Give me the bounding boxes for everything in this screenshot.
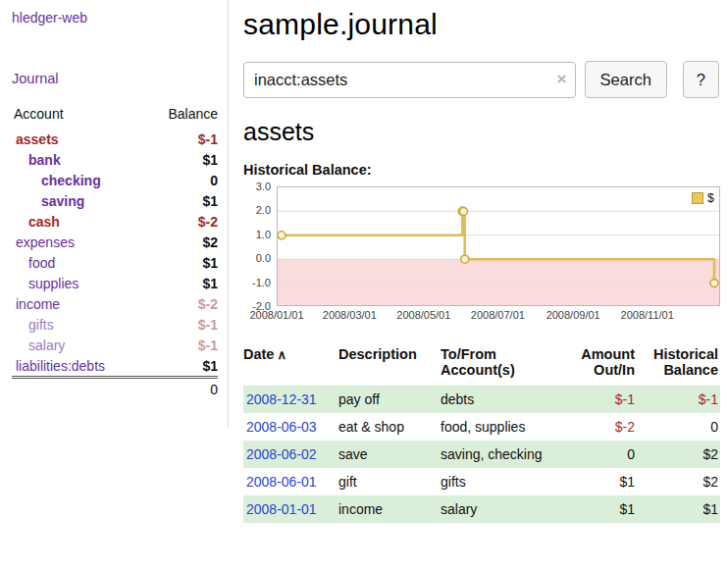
accounts-total-row: 0 (12, 379, 218, 400)
account-row-food: food $1 (12, 252, 218, 273)
account-balance-assets: $-1 (144, 129, 218, 149)
account-balance-checking: 0 (144, 170, 218, 190)
account-link-food[interactable]: food (28, 255, 55, 271)
account-balance-bank: $1 (144, 149, 218, 170)
transaction-date-link[interactable]: 2008-01-01 (246, 501, 317, 517)
transaction-balance: $1 (637, 495, 720, 523)
account-row-supplies: supplies $1 (12, 273, 218, 293)
y-tick-label: 3.0 (256, 181, 271, 192)
transaction-balance: $-1 (637, 386, 720, 413)
account-link-salary[interactable]: salary (28, 337, 65, 353)
account-link-expenses[interactable]: expenses (16, 234, 75, 250)
account-row-income: income $-2 (12, 293, 218, 314)
account-row-saving: saving $1 (12, 190, 218, 211)
account-link-bank[interactable]: bank (28, 152, 61, 168)
main-content: sample.journal × Search ? assets Histori… (243, 0, 723, 523)
account-link-liabilities-debts[interactable]: liabilities:debts (16, 358, 105, 374)
y-tick-label: -1.0 (252, 277, 271, 288)
transaction-accounts: gifts (441, 468, 558, 495)
x-tick-label: 2008/01/01 (249, 309, 303, 321)
account-row-checking: checking 0 (12, 170, 218, 190)
transaction-accounts: salary (441, 495, 558, 523)
transaction-amount: $1 (558, 495, 637, 523)
chart-section-label: Historical Balance: (243, 162, 719, 178)
sort-ascending-icon: ∧ (277, 347, 286, 362)
transaction-balance: $2 (637, 441, 720, 468)
sort-by-date[interactable]: Date∧ (243, 346, 286, 362)
transaction-date-link[interactable]: 2008-06-02 (246, 446, 317, 462)
page-title: sample.journal (243, 8, 719, 41)
search-input[interactable] (243, 62, 576, 98)
account-link-income[interactable]: income (16, 296, 60, 312)
account-row-assets: assets $-1 (12, 129, 218, 149)
account-balance-cash: $-2 (144, 211, 218, 232)
transaction-description: income (338, 495, 441, 523)
transaction-date-link[interactable]: 2008-06-01 (246, 474, 317, 490)
data-point-marker (710, 280, 718, 287)
chart-plot-area: $ 2008/01/012008/03/012008/05/012008/07/… (277, 186, 720, 325)
transaction-amount: 0 (558, 441, 637, 468)
account-balance-expenses: $2 (144, 232, 218, 252)
data-point-marker (278, 232, 286, 239)
journal-link[interactable]: Journal (12, 71, 218, 86)
transaction-description: save (338, 441, 441, 468)
transaction-description: gift (338, 468, 441, 495)
help-button[interactable]: ? (683, 61, 719, 98)
accounts-header-account: Account (12, 104, 144, 129)
accounts-header-row: Account Balance (12, 104, 218, 129)
account-balance-food: $1 (144, 252, 218, 273)
account-row-cash: cash $-2 (12, 211, 218, 232)
account-row-bank: bank $1 (12, 149, 218, 170)
account-balance-income: $-2 (144, 293, 218, 314)
legend-swatch-icon (692, 192, 703, 204)
transaction-date-link[interactable]: 2008-12-31 (246, 391, 317, 407)
data-point-marker (461, 255, 469, 263)
transaction-balance: $2 (637, 468, 720, 495)
transaction-description: eat & shop (338, 413, 441, 441)
account-link-saving[interactable]: saving (41, 193, 84, 209)
column-header-account: To/From Account(s) (441, 342, 558, 386)
search-box: × (243, 62, 576, 98)
account-link-supplies[interactable]: supplies (28, 276, 78, 291)
x-tick-label: 2008/09/01 (546, 309, 600, 321)
accounts-header-balance: Balance (144, 104, 218, 129)
register-table: Date∧ Description To/From Account(s) Amo… (243, 342, 720, 523)
transaction-balance: 0 (637, 413, 720, 441)
transaction-date-link[interactable]: 2008-06-03 (246, 419, 317, 435)
search-row: × Search ? (243, 61, 719, 98)
register-header-row: Date∧ Description To/From Account(s) Amo… (243, 342, 720, 386)
account-balance-liabilities-debts: $1 (144, 355, 218, 379)
clear-search-icon[interactable]: × (557, 70, 567, 89)
transaction-description: pay off (338, 386, 441, 413)
account-link-assets[interactable]: assets (16, 131, 59, 147)
transaction-accounts: food, supplies (441, 413, 558, 441)
sidebar: hledger-web Journal Account Balance asse… (0, 0, 229, 428)
account-link-gifts[interactable]: gifts (28, 317, 54, 333)
y-tick-label: 0.0 (256, 252, 271, 264)
transaction-amount: $-2 (558, 413, 637, 441)
column-header-description: Description (338, 342, 441, 386)
account-balance-salary: $-1 (144, 335, 218, 355)
transaction-amount: $-1 (558, 386, 637, 413)
column-header-balance: Historical Balance (637, 342, 720, 386)
account-link-checking[interactable]: checking (41, 173, 101, 188)
search-button[interactable]: Search (585, 61, 667, 98)
account-balance-supplies: $1 (144, 273, 218, 293)
historical-balance-chart: 3.02.01.00.0-1.0-2.0 $ 2008/01/012008/03… (243, 186, 719, 325)
transaction-row: 2008-06-02 save saving, checking 0 $2 (243, 441, 720, 468)
account-balance-saving: $1 (144, 190, 218, 211)
x-tick-label: 2008/07/01 (471, 309, 525, 321)
account-row-liabilities-debts: liabilities:debts $1 (12, 355, 218, 379)
x-tick-label: 2008/05/01 (396, 309, 450, 321)
balance-chart-plot (277, 186, 720, 306)
transaction-row: 2008-06-03 eat & shop food, supplies $-2… (243, 413, 720, 441)
transaction-accounts: saving, checking (441, 441, 558, 468)
account-title: assets (243, 118, 719, 146)
transaction-accounts: debts (441, 386, 558, 413)
account-link-cash[interactable]: cash (28, 214, 60, 230)
transaction-row: 2008-01-01 income salary $1 $1 (243, 495, 720, 523)
app-title-link[interactable]: hledger-web (12, 10, 218, 26)
legend-label: $ (707, 191, 714, 205)
y-tick-label: 1.0 (256, 229, 271, 240)
column-header-date: Date∧ (243, 342, 338, 386)
